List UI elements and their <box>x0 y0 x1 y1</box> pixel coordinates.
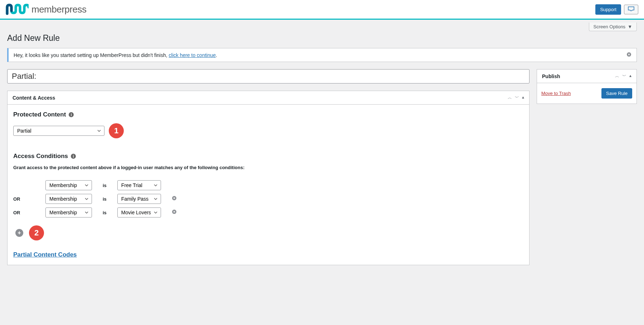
save-rule-button[interactable]: Save Rule <box>601 88 632 99</box>
annotation-marker-1: 1 <box>109 123 124 138</box>
is-label: is <box>103 194 117 204</box>
panel-down-icon[interactable]: ﹀ <box>515 95 519 101</box>
condition-row: OR Membership is Movie Lovers <box>13 207 187 218</box>
partial-content-codes-link[interactable]: Partial Content Codes <box>13 251 77 258</box>
close-icon <box>172 196 177 201</box>
notice-continue-link[interactable]: click here to continue <box>169 52 216 58</box>
rule-title-input[interactable] <box>7 69 530 83</box>
is-label: is <box>103 207 117 218</box>
remove-condition-button[interactable] <box>172 196 177 202</box>
chevron-down-icon: ▼ <box>628 24 632 29</box>
content-access-panel: Content & Access ︿ ﹀ ▴ Protected Content… <box>7 91 530 265</box>
info-icon[interactable]: i <box>71 154 76 159</box>
panel-down-icon[interactable]: ﹀ <box>622 73 626 79</box>
support-button[interactable]: Support <box>595 4 621 15</box>
condition-row: OR Membership is Family Pass <box>13 194 187 204</box>
condition-value-select[interactable]: Family Pass <box>117 194 161 204</box>
setup-notice: Hey, it looks like you started setting u… <box>7 48 637 62</box>
brand-name: memberpress <box>31 4 86 15</box>
add-condition-button[interactable]: + <box>15 229 23 237</box>
notice-dismiss-button[interactable] <box>626 52 631 58</box>
panel-up-icon[interactable]: ︿ <box>615 73 619 79</box>
header-actions: Support <box>595 4 638 15</box>
remove-condition-button[interactable] <box>172 209 177 215</box>
annotation-marker-2: 2 <box>29 225 44 240</box>
inbox-icon <box>628 6 634 11</box>
or-label: OR <box>13 194 45 204</box>
access-conditions-description: Grant access to the protected content ab… <box>13 165 523 170</box>
condition-type-select[interactable]: Membership <box>45 180 92 190</box>
is-label: is <box>103 180 117 190</box>
notice-text: Hey, it looks like you started setting u… <box>14 52 217 58</box>
panel-title-content-access: Content & Access <box>13 95 55 101</box>
screen-options-label: Screen Options <box>594 24 626 29</box>
panel-up-icon[interactable]: ︿ <box>508 95 512 101</box>
app-header: memberpress Support <box>0 0 644 20</box>
brand-logo: memberpress <box>6 3 86 16</box>
main-column: Content & Access ︿ ﹀ ▴ Protected Content… <box>7 69 530 265</box>
protected-content-select[interactable]: Partial <box>13 126 104 136</box>
protected-content-heading: Protected Content i <box>13 111 523 118</box>
close-icon <box>172 209 177 214</box>
condition-type-select[interactable]: Membership <box>45 207 92 218</box>
side-column: Publish ︿ ﹀ ▴ Move to Trash Save Rule <box>537 69 637 265</box>
inbox-button[interactable] <box>624 5 638 14</box>
content-wrap: Screen Options ▼ Add New Rule Hey, it lo… <box>0 20 644 276</box>
condition-value-select[interactable]: Movie Lovers <box>117 207 161 218</box>
move-to-trash-link[interactable]: Move to Trash <box>541 91 571 96</box>
memberpress-logo-icon <box>6 3 29 16</box>
condition-type-select[interactable]: Membership <box>45 194 92 204</box>
screen-options-toggle[interactable]: Screen Options ▼ <box>589 23 637 31</box>
or-label: OR <box>13 207 45 218</box>
panel-title-publish: Publish <box>542 73 560 79</box>
page-title: Add New Rule <box>7 33 637 43</box>
panel-collapse-icon[interactable]: ▴ <box>629 73 631 79</box>
condition-row: Membership is Free Trial <box>13 180 187 190</box>
info-icon[interactable]: i <box>69 112 74 117</box>
close-icon <box>626 52 631 57</box>
condition-value-select[interactable]: Free Trial <box>117 180 161 190</box>
panel-collapse-icon[interactable]: ▴ <box>522 95 524 101</box>
publish-panel: Publish ︿ ﹀ ▴ Move to Trash Save Rule <box>537 69 637 104</box>
access-conditions-heading: Access Conditions i <box>13 153 523 160</box>
